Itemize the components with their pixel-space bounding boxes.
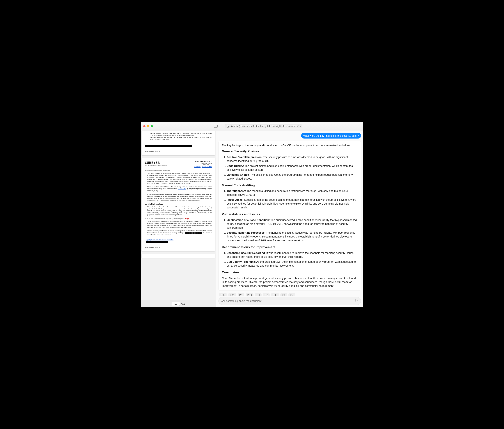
app-window: gpt-4o mini (cheaper and faster than gpt…: [141, 122, 363, 307]
page-footer: Cure53, Berlin · 12/06/19: [145, 150, 212, 152]
vendor-email-link[interactable]: mario@cure53.d: [202, 166, 212, 168]
doc-paragraph: While no obvious vulnerabilities in the …: [147, 186, 212, 192]
page-chip[interactable]: P 10: [246, 293, 254, 296]
doc-bullet: The file path normalization code down th…: [150, 133, 212, 137]
assistant-paragraph: Cure53 concluded that runc passed genera…: [222, 276, 358, 288]
vendor-address: Dr.-Ing. Mario Heiderich, C Bielefelder …: [195, 161, 212, 168]
vendor-logo: CURE+53: [145, 161, 167, 165]
source-page-chips: P 12 P 11 P 1 P 10 P 9 P 2 P 15 P 3 P 4: [218, 293, 361, 296]
document-pagination: 13 / 16: [141, 300, 216, 307]
finding-title: RUN-01-001 Race-condition bypassing mask…: [145, 218, 185, 220]
doc-paragraph: It has to be noted that the applied path…: [147, 193, 212, 201]
page-chip[interactable]: P 11: [228, 293, 236, 296]
point-title: Bug Bounty Programs: [227, 260, 255, 263]
page-chip[interactable]: P 1: [238, 293, 244, 296]
page-chip[interactable]: P 4: [288, 293, 295, 296]
assistant-message: The key findings of the security audit c…: [218, 141, 361, 291]
send-icon: [355, 299, 358, 303]
model-selector-label: gpt-4o mini (cheaper and faster than gpt…: [227, 125, 298, 127]
doc-paragraph: The code responsible for mounting volume…: [147, 173, 212, 185]
doc-paragraph: The issue was reported by the discoverer…: [147, 230, 212, 236]
assistant-point: Positive Overall Impression: The securit…: [227, 155, 358, 163]
page-chip[interactable]: P 3: [280, 293, 287, 296]
page-chip[interactable]: P 9: [255, 293, 262, 296]
page-chip[interactable]: P 2: [263, 293, 270, 296]
document-scroll[interactable]: The file path normalization code down th…: [141, 131, 216, 300]
addr-line: D 10709 Berlin: [195, 164, 212, 166]
redacted-block: [145, 145, 192, 147]
assistant-point: Identification of a Race Condition: The …: [227, 218, 358, 230]
document-pane: The file path normalization code down th…: [141, 131, 216, 307]
sidebar-icon: [214, 125, 218, 128]
window-controls: [143, 125, 153, 127]
page-number-input[interactable]: 13: [172, 302, 180, 306]
doc-bullet: The securejoin code was analyzed and pen…: [150, 137, 212, 141]
doc-heading: Mounting/Binding and Symlinks: [145, 169, 212, 171]
page-chip[interactable]: P 12: [219, 293, 227, 296]
assistant-point: Security Reporting Processes: The handli…: [227, 231, 358, 242]
redacted-inline: [146, 241, 168, 243]
point-title: Code Quality: [227, 164, 243, 167]
document-page: The file path normalization code down th…: [142, 131, 215, 155]
footnote: 6 https://github.com/containers/crun/iss…: [145, 238, 212, 241]
point-title: Thoroughness: [227, 189, 245, 192]
vendor-link[interactable]: cure53.de: [195, 166, 201, 168]
doc-paragraph: The following sections list both vulnera…: [147, 206, 212, 216]
point-title: Positive Overall Impression: [227, 156, 262, 159]
assistant-point: Focus Areas: Specific areas of the code,…: [227, 198, 358, 210]
assistant-lead: The key findings of the security audit c…: [222, 143, 358, 147]
model-selector[interactable]: gpt-4o mini (cheaper and faster than gpt…: [225, 124, 302, 128]
vendor-tagline: Fine penetration tests for fine websites: [145, 165, 167, 166]
send-button[interactable]: [355, 299, 358, 303]
content-split: The file path normalization code down th…: [141, 131, 363, 307]
addr-line: Bielefelder Str. 14: [195, 162, 212, 164]
footnote: 7: [145, 241, 212, 243]
point-title: Security Reporting Processes: [227, 231, 265, 234]
document-page: [142, 254, 215, 258]
fullscreen-window-button[interactable]: [151, 125, 153, 127]
doc-paragraph: Through relationships to various securit…: [147, 221, 212, 228]
finding-link[interactable]: RUN-01-001: [178, 188, 186, 189]
assistant-point: Thoroughness: The manual auditing and pe…: [227, 189, 358, 197]
footnote-link[interactable]: https://github.com/containers/crun/issue…: [146, 239, 174, 241]
page-total-label: / 16: [181, 303, 185, 305]
severity-label: (High): [185, 218, 189, 220]
assistant-point: Language Choice: The decision to use Go …: [227, 173, 358, 181]
chat-scroll[interactable]: what were the key findings of this secur…: [216, 131, 363, 296]
close-window-button[interactable]: [143, 125, 145, 127]
addr-name: Dr.-Ing. Mario Heiderich, C: [195, 161, 212, 162]
assistant-point: Enhancing Security Reporting: It was rec…: [227, 251, 358, 259]
sidebar-toggle-button[interactable]: [213, 124, 218, 128]
page-footer: Cure53, Berlin · 12/06/19: [145, 246, 212, 248]
chat-input[interactable]: [221, 299, 353, 303]
assistant-heading: Conclusion: [222, 270, 358, 275]
chevron-updown-icon: ⌃⌄: [298, 125, 301, 127]
assistant-heading: Manual Code Auditing: [222, 183, 358, 188]
footnote-marker: 5: [145, 142, 145, 143]
page-chip[interactable]: P 15: [271, 293, 279, 296]
point-title: Language Choice: [227, 173, 249, 176]
chat-pane: what were the key findings of this secur…: [216, 131, 363, 307]
assistant-heading: General Security Posture: [222, 149, 358, 154]
assistant-heading: Vulnerabilities and Issues: [222, 212, 358, 217]
assistant-point: Bug Bounty Programs: As the project grow…: [227, 260, 358, 268]
doc-heading: Identified Vulnerabilities: [145, 203, 212, 205]
assistant-heading: Recommendations for Improvement: [222, 245, 358, 250]
point-title: Focus Areas: [227, 198, 243, 201]
minimize-window-button[interactable]: [147, 125, 149, 127]
titlebar: gpt-4o mini (cheaper and faster than gpt…: [141, 122, 363, 131]
user-message: what were the key findings of this secur…: [301, 133, 361, 139]
point-text: : Specific areas of the code, such as mo…: [227, 198, 356, 209]
point-title: Identification of a Race Condition: [227, 219, 269, 222]
doc-text: The issue was reported by the discoverer…: [147, 230, 212, 236]
point-title: Enhancing Security Reporting: [227, 251, 265, 254]
svg-rect-0: [214, 125, 217, 127]
finding-heading: RUN-01-001 Race-condition bypassing mask…: [145, 218, 212, 220]
composer: [218, 297, 361, 305]
point-text: : The project maintained high coding sta…: [227, 164, 353, 171]
assistant-point: Code Quality: The project maintained hig…: [227, 164, 358, 172]
document-page: CURE+53 Fine penetration tests for fine …: [142, 158, 215, 251]
